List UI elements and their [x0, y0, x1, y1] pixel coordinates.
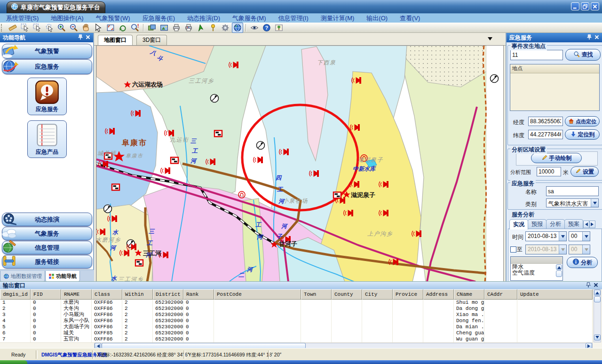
left-tab-inactive[interactable]: 地图数据管理 — [0, 271, 45, 282]
green-pointer-button[interactable] — [195, 23, 206, 33]
left-tab-active[interactable]: 功能导航 — [45, 271, 80, 282]
map-tab-inactive[interactable]: 3D窗口 — [136, 35, 167, 45]
pan-hand-button[interactable] — [80, 23, 92, 33]
nav-group-globe-tools[interactable]: 信息管理 — [2, 241, 92, 254]
table-row[interactable]: 50大面场子沟OXFF8626523020000Da mian ... — [0, 324, 593, 331]
full-extent-button[interactable] — [105, 23, 116, 33]
tab-scroll-right[interactable] — [589, 221, 595, 228]
event-location-input[interactable] — [510, 50, 563, 60]
pin-icon[interactable] — [77, 34, 84, 42]
map-tab-dropdown-icon[interactable] — [488, 37, 492, 43]
output-vscroll-up[interactable] — [594, 290, 601, 296]
minimize-button[interactable] — [571, 2, 579, 10]
map-canvas[interactable]: 三工河乡下西泉九运街城关镇滋泥泉子小泉牧场上户沟乡水磨河乡三工河乡阜康市中新水库… — [96, 45, 504, 282]
zoom-scale-button[interactable]: ! — [129, 23, 141, 33]
analysis-tab-inactive[interactable]: 预报 — [528, 219, 547, 229]
column-header[interactable]: Address — [423, 289, 454, 300]
close-button[interactable] — [591, 2, 599, 10]
settings-gear-button[interactable] — [220, 23, 231, 33]
to-checkbox[interactable] — [510, 246, 516, 253]
help-button[interactable]: ? — [261, 23, 272, 33]
range-input[interactable] — [537, 167, 561, 176]
column-header[interactable]: dmgis_id — [0, 289, 31, 300]
table-row[interactable]: 40东风一小队OXFF8626523020000Dong fen... — [0, 318, 593, 324]
nav-group-2[interactable]: 应急服务 — [2, 59, 92, 74]
pointer-arrow-button[interactable] — [93, 23, 104, 33]
close-icon[interactable] — [593, 282, 599, 290]
tool-emergency-product-button[interactable]: 应急产品 — [27, 120, 67, 158]
zoom-in-tool-button[interactable] — [56, 23, 67, 33]
print-color-button[interactable] — [183, 23, 194, 33]
date-combobox[interactable]: 2010-08-13 — [525, 231, 567, 241]
tool-emergency-alert-button[interactable]: 应急服务 — [27, 78, 67, 115]
latitude-input[interactable] — [528, 130, 563, 139]
list-scroll-up[interactable] — [556, 264, 562, 270]
column-header[interactable]: RNAME — [61, 289, 92, 300]
zoom-out-tool-button[interactable] — [68, 23, 79, 33]
output-vscroll-thumb[interactable] — [594, 296, 601, 302]
list-scroll-thumb[interactable] — [556, 270, 562, 277]
place-pin-button[interactable] — [207, 23, 219, 33]
refresh-button[interactable] — [117, 23, 128, 33]
longitude-input[interactable] — [528, 117, 563, 126]
nav-group-film-reel[interactable]: 动态推演 — [2, 213, 92, 226]
menu-item[interactable]: 查看(V) — [394, 13, 426, 24]
column-header[interactable]: FID — [31, 289, 61, 300]
eye-visibility-button[interactable] — [249, 23, 260, 33]
toolbar-grip[interactable] — [1, 24, 4, 32]
close-icon[interactable] — [594, 34, 600, 42]
column-header[interactable]: PostCode — [214, 289, 301, 300]
analysis-tab-inactive[interactable]: 预案 — [564, 219, 583, 229]
table-row[interactable]: 20大冬沟OXFF8626523020000Da dong gou — [0, 306, 593, 312]
analysis-tab-inactive[interactable]: 分析 — [546, 219, 565, 229]
table-row[interactable]: 30小马厩沟OXFF8626523020000Xiao ma ... — [0, 312, 593, 318]
date2-combobox[interactable]: 2010-08-13 — [525, 245, 567, 254]
table-row[interactable]: 60城关OXFF8526523020000Cheng guan — [0, 330, 593, 337]
column-header[interactable]: Update — [517, 289, 593, 300]
column-header[interactable]: Within — [122, 289, 153, 300]
select-poly-cursor-button[interactable] — [44, 23, 55, 33]
locate-button[interactable]: 点击定位 — [565, 116, 600, 127]
map-layers-button[interactable] — [146, 23, 158, 33]
output-vscroll-down[interactable] — [594, 334, 601, 340]
analysis-tab-active[interactable]: 实况 — [509, 219, 528, 229]
column-header[interactable]: County — [332, 289, 362, 300]
pin-icon[interactable] — [586, 34, 593, 42]
select-rect-cursor-button[interactable] — [32, 23, 43, 33]
hour-combobox[interactable]: 00 — [569, 231, 590, 241]
column-header[interactable]: CAddr — [484, 289, 517, 300]
column-header[interactable]: Town — [301, 289, 332, 300]
column-header[interactable]: City — [362, 289, 393, 300]
search-button[interactable]: 查找 — [565, 49, 601, 61]
hour2-combobox[interactable]: 00 — [569, 245, 590, 254]
close-icon[interactable] — [85, 34, 91, 42]
goto-button[interactable]: 定位到 — [565, 129, 600, 140]
analyze-button[interactable]: 分析 — [567, 257, 598, 268]
export-image-button[interactable] — [158, 23, 170, 33]
table-row[interactable]: 10水磨沟OXFF8626523020000Shui mo gou — [0, 300, 593, 306]
menu-item[interactable]: 测量计算(M) — [315, 13, 361, 24]
map-tab-active[interactable]: 地图窗口 — [98, 35, 133, 45]
location-list[interactable]: 地点 — [510, 64, 600, 111]
tab-scroll-left[interactable] — [583, 221, 589, 228]
element-list-item[interactable]: 空气温度 — [511, 270, 562, 276]
pin-icon[interactable] — [585, 282, 592, 290]
column-header[interactable]: District — [153, 289, 183, 300]
manual-draw-button[interactable]: 手动绘制 — [531, 153, 582, 163]
restore-button[interactable] — [581, 2, 589, 10]
type-combobox[interactable]: 气象和洪水灾害 — [546, 198, 599, 207]
table-row[interactable]: 70五官沟OXFF8626523020000Wu guan gou — [0, 336, 593, 343]
column-header[interactable]: Rank — [183, 289, 214, 300]
column-header[interactable]: Class — [92, 289, 122, 300]
nav-group-service-link[interactable]: 服务链接 — [2, 255, 92, 269]
select-cursor-button[interactable] — [19, 23, 31, 33]
globe-tool-button[interactable] — [232, 23, 243, 33]
column-header[interactable]: CName — [454, 289, 484, 300]
print-button[interactable] — [171, 23, 182, 33]
menu-item[interactable]: 输出(O) — [360, 13, 394, 24]
element-listbox[interactable]: 降水空气温度 — [510, 256, 563, 281]
set-button[interactable]: 设置 — [570, 166, 599, 177]
ruler-button[interactable] — [7, 23, 18, 33]
scene-image-button[interactable] — [273, 23, 285, 33]
name-input[interactable] — [546, 186, 599, 196]
